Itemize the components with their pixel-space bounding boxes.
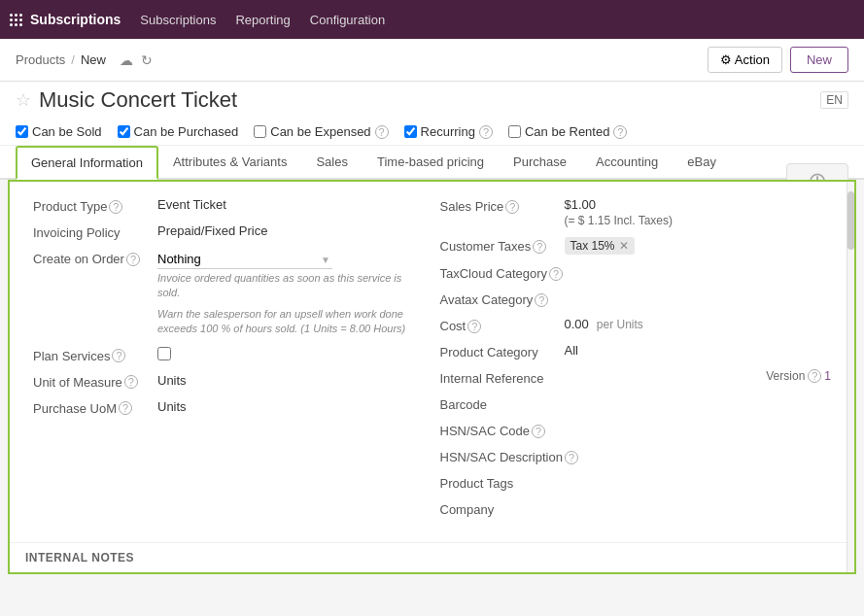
tab-general-information[interactable]: General Information [16,146,158,180]
unit-of-measure-value: Units [157,373,425,388]
sales-price-row: Sales Price ? $1.00 (= $ 1.15 Incl. Taxe… [440,197,832,227]
plan-services-help-icon: ? [112,349,125,362]
scrollbar[interactable] [847,182,854,572]
form-right: Sales Price ? $1.00 (= $ 1.15 Incl. Taxe… [432,193,840,530]
product-type-value: Event Ticket [157,197,425,212]
product-tags-label: Product Tags [440,474,557,491]
can-be-purchased-checkbox[interactable]: Can be Purchased [118,124,239,139]
hsn-sac-desc-label: HSN/SAC Description ? [440,448,578,464]
can-be-expensed-checkbox[interactable]: Can be Expensed ? [254,124,388,139]
tax-15-tag: Tax 15% ✕ [565,237,635,255]
breadcrumb-icons: ☁ ↻ [120,52,153,68]
create-on-order-select-wrapper: Nothing Task Project & Task ▼ [157,250,332,269]
breadcrumb-bar: Products / New ☁ ↻ ⚙ Action New [0,39,864,82]
company-row: Company [440,500,832,517]
version-help-icon: ? [808,369,821,383]
product-title: Music Concert Ticket [39,87,237,113]
main-content: Product Type ? Event Ticket Invoicing Po… [8,180,856,574]
cloud-save-icon[interactable]: ☁ [120,52,133,68]
tab-purchase[interactable]: Purchase [499,146,581,180]
hsn-sac-code-label: HSN/SAC Code ? [440,422,557,438]
can-be-rented-checkbox[interactable]: Can be Rented ? [508,124,627,139]
sales-price-label: Sales Price ? [440,197,557,214]
hsn-sac-desc-help-icon: ? [565,451,578,464]
plan-services-checkbox[interactable] [157,347,171,360]
cost-label: Cost ? [440,317,557,333]
hsn-sac-code-help-icon: ? [532,425,545,438]
product-name-row: ☆ Music Concert Ticket EN [16,87,848,113]
product-tags-row: Product Tags [440,474,832,491]
product-category-label: Product Category [440,343,557,359]
product-header: ☆ Music Concert Ticket EN Can be Sold Ca… [0,82,864,146]
recurring-help-icon: ? [479,125,493,139]
form-left: Product Type ? Event Ticket Invoicing Po… [25,193,432,530]
purchase-uom-value: Units [157,399,425,414]
product-category-row: Product Category All [440,343,832,359]
unit-of-measure-row: Unit of Measure ? Units [33,373,425,390]
product-type-label: Product Type ? [33,197,150,214]
purchase-uom-help-icon: ? [119,401,132,415]
tab-accounting[interactable]: Accounting [581,146,673,180]
internal-notes-section: INTERNAL NOTES [10,542,854,572]
sales-price-help-icon: ? [505,200,519,214]
breadcrumb: Products / New ☁ ↻ [16,52,153,68]
breadcrumb-current: New [81,52,106,67]
barcode-row: Barcode [440,395,832,412]
recurring-checkbox[interactable]: Recurring ? [404,124,493,139]
company-label: Company [440,500,557,517]
invoicing-policy-row: Invoicing Policy Prepaid/Fixed Price [33,223,425,240]
tab-time-based-pricing[interactable]: Time-based pricing [363,146,499,180]
cost-unit: per Units [597,318,643,331]
create-on-order-value: Nothing Task Project & Task ▼ Invoice or… [157,250,425,337]
version-info: Version ? 1 [766,369,831,383]
can-be-sold-checkbox[interactable]: Can be Sold [16,124,102,139]
apps-grid-icon[interactable] [10,14,22,26]
tab-attributes-variants[interactable]: Attributes & Variants [158,146,302,180]
hsn-sac-desc-row: HSN/SAC Description ? [440,448,832,464]
breadcrumb-separator: / [71,52,75,67]
customer-taxes-value: Tax 15% ✕ [565,237,832,255]
tax-15-label: Tax 15% [570,239,615,253]
form-section: Product Type ? Event Ticket Invoicing Po… [10,182,854,542]
cost-help-icon: ? [467,320,481,333]
plan-services-row: Plan Services ? [33,347,425,363]
hsn-sac-code-row: HSN/SAC Code ? [440,422,832,438]
nav-links: Subscriptions Reporting Configuration [140,13,385,27]
cost-value: 0.00 per Units [565,317,832,331]
internal-reference-row: Internal Reference Version ? 1 [440,369,832,386]
tab-sales[interactable]: Sales [301,146,363,180]
action-button[interactable]: ⚙ Action [708,47,782,73]
internal-notes-label: INTERNAL NOTES [25,551,134,565]
customer-taxes-row: Customer Taxes ? Tax 15% ✕ [440,237,832,255]
create-on-order-select[interactable]: Nothing Task Project & Task [157,250,332,269]
star-icon[interactable]: ☆ [16,89,31,111]
customer-taxes-help-icon: ? [533,240,546,254]
nav-subscriptions[interactable]: Subscriptions [140,13,216,27]
nav-configuration[interactable]: Configuration [310,13,385,27]
en-badge[interactable]: EN [820,91,848,109]
cost-row: Cost ? 0.00 per Units [440,317,832,333]
invoicing-policy-value: Prepaid/Fixed Price [157,223,425,238]
create-on-order-row: Create on Order ? Nothing Task Project &… [33,250,425,337]
tab-ebay[interactable]: eBay [673,146,731,180]
nav-reporting[interactable]: Reporting [235,13,290,27]
product-category-value: All [565,343,832,358]
product-type-help-icon: ? [109,200,122,214]
breadcrumb-parent[interactable]: Products [16,52,65,67]
product-type-row: Product Type ? Event Ticket [33,197,425,214]
internal-reference-label: Internal Reference [440,369,557,386]
taxcloud-category-help-icon: ? [549,267,563,281]
taxcloud-category-row: TaxCloud Category ? [440,264,832,281]
top-nav: Subscriptions Subscriptions Reporting Co… [0,0,864,39]
tax-tag-close-icon[interactable]: ✕ [619,239,629,253]
avatax-category-row: Avatax Category ? [440,291,832,307]
scrollbar-thumb[interactable] [847,191,854,250]
purchase-uom-row: Purchase UoM ? Units [33,399,425,416]
unit-of-measure-label: Unit of Measure ? [33,373,150,390]
sales-price-value: $1.00 (= $ 1.15 Incl. Taxes) [565,197,832,227]
app-name[interactable]: Subscriptions [30,12,121,27]
header-actions: ⚙ Action New [708,47,848,73]
can-be-expensed-help-icon: ? [375,125,389,139]
new-button[interactable]: New [790,47,848,73]
undo-icon[interactable]: ↻ [141,52,153,68]
